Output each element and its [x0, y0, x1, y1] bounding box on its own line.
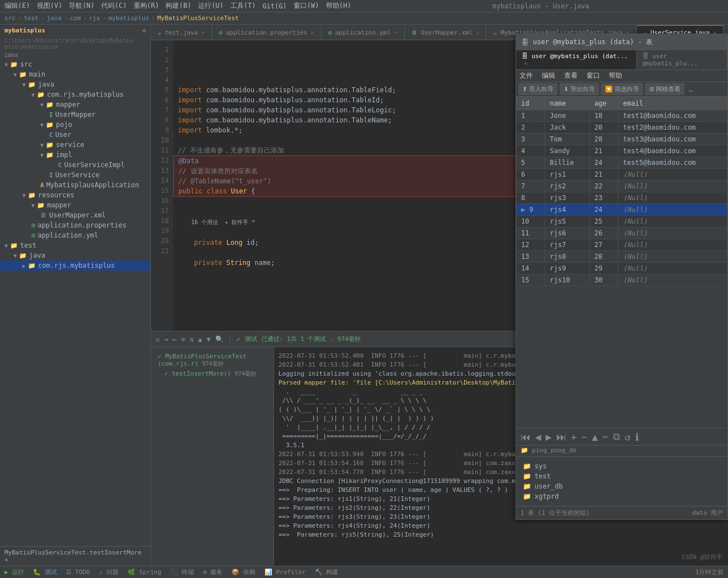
sidebar-item-testjava[interactable]: ▼ 📁 java: [0, 250, 150, 260]
sidebar-item-appprops[interactable]: ⚙ application.properties: [0, 220, 150, 230]
status-problems[interactable]: ⚠ 问题: [99, 568, 119, 576]
db-cell-age[interactable]: 26: [590, 228, 618, 239]
menu-item-refactor[interactable]: 重构(R): [134, 1, 159, 11]
status-debug[interactable]: 🐛 调试: [33, 568, 57, 576]
sidebar-icon-gear[interactable]: ⚙: [142, 27, 146, 34]
db-cell-email[interactable]: test4@baomidou.com: [618, 145, 727, 157]
db-cell-id[interactable]: 8: [517, 192, 545, 204]
db-cell-name[interactable]: rjs5: [545, 216, 590, 228]
menu-item-window[interactable]: 窗口(W): [294, 1, 319, 11]
db-cell-email[interactable]: (Null): [618, 239, 727, 251]
status-deps[interactable]: 📦 依赖: [231, 568, 256, 576]
db-cell-id[interactable]: 1: [517, 110, 545, 122]
db-cell-name[interactable]: Sandy: [545, 145, 590, 157]
sidebar-item-test[interactable]: ▼ 📁 test: [0, 240, 150, 250]
db-cell-age[interactable]: 24: [590, 204, 618, 216]
db-cell-name[interactable]: Jack: [545, 122, 590, 134]
tab-usermapperxml[interactable]: 🗎 UserMapper.xml ×: [405, 25, 487, 40]
db-menu-edit[interactable]: 编辑: [542, 71, 555, 80]
db-tree-item[interactable]: 📁user_db: [521, 481, 723, 491]
db-tab-2[interactable]: 🗄 user @mybatis_plu...: [637, 50, 727, 69]
breadcrumb-mybatisplus[interactable]: mybatisplus: [108, 15, 149, 22]
status-terminal[interactable]: ⬛ 终端: [171, 568, 195, 576]
sidebar-item-src[interactable]: ▼ 📁 src: [0, 59, 150, 69]
table-row[interactable]: 2Jack20test2@baomidou.com: [517, 122, 727, 134]
sidebar-item-pojo[interactable]: ▼ 📁 pojo: [0, 120, 150, 130]
db-tree-item[interactable]: 📁test: [521, 471, 723, 481]
db-cell-name[interactable]: rjs4: [545, 204, 590, 216]
table-row[interactable]: 4Sandy21test4@baomidou.com: [517, 145, 727, 157]
table-row[interactable]: 14rjs929(Null): [517, 263, 727, 274]
menu-item-git[interactable]: Git(G): [263, 2, 287, 10]
db-cell-id[interactable]: 14: [517, 263, 545, 274]
tab-close-appprops[interactable]: ×: [311, 30, 314, 36]
db-cell-id[interactable]: 2: [517, 122, 545, 134]
breadcrumb-java[interactable]: java: [47, 15, 62, 22]
db-cell-age[interactable]: 21: [590, 145, 618, 157]
db-cell-age[interactable]: 21: [590, 169, 618, 181]
db-menu-window[interactable]: 窗口: [587, 71, 600, 80]
menu-item-help[interactable]: 帮助(H): [326, 1, 352, 11]
toolbar-sort-icon[interactable]: ⇅: [190, 335, 193, 343]
table-row[interactable]: 1Jone18test1@baomidou.com: [517, 110, 727, 122]
menu-item-edit[interactable]: 编辑(E): [4, 1, 30, 11]
col-email[interactable]: email: [618, 97, 727, 110]
db-cell-id[interactable]: 7: [517, 181, 545, 192]
toolbar-step-icon[interactable]: ⇥: [164, 335, 168, 343]
db-cell-age[interactable]: 28: [590, 251, 618, 263]
db-cell-email[interactable]: (Null): [618, 181, 727, 192]
sidebar-item-userserviceimpl[interactable]: C UserServiceImpl: [0, 160, 150, 170]
table-row[interactable]: 12rjs727(Null): [517, 239, 727, 251]
db-cell-age[interactable]: 18: [590, 110, 618, 122]
db-cell-email[interactable]: (Null): [618, 263, 727, 274]
menu-item-run[interactable]: 运行(U): [198, 1, 224, 11]
db-nav-prev[interactable]: ◀: [535, 431, 541, 443]
db-nav-next[interactable]: ▶: [546, 431, 552, 443]
db-nav-cut[interactable]: ✂: [602, 431, 608, 443]
sidebar-item-main[interactable]: ▼ 📁 main: [0, 69, 150, 79]
menu-item-build[interactable]: 构建(B): [166, 1, 191, 11]
db-cell-id[interactable]: 13: [517, 251, 545, 263]
db-cell-name[interactable]: rjs9: [545, 263, 590, 274]
test-tree-method[interactable]: ✓ testInsertMore() 974毫秒: [155, 369, 269, 379]
db-cell-age[interactable]: 20: [590, 122, 618, 134]
table-row[interactable]: 7rjs222(Null): [517, 181, 727, 192]
db-cell-name[interactable]: Jone: [545, 110, 590, 122]
table-row[interactable]: 11rjs626(Null): [517, 228, 727, 239]
db-nav-last[interactable]: ⏭: [556, 431, 566, 443]
db-cell-id[interactable]: 12: [517, 239, 545, 251]
table-row[interactable]: ▶ 9rjs424(Null): [517, 204, 727, 216]
col-name[interactable]: name: [545, 97, 590, 110]
table-row[interactable]: 13rjs828(Null): [517, 251, 727, 263]
toolbar-step2-icon[interactable]: ⇤: [172, 335, 176, 343]
db-cell-name[interactable]: rjs8: [545, 251, 590, 263]
db-export-btn[interactable]: ⬇ 导出向导: [560, 83, 599, 95]
db-nav-copy[interactable]: ⧉: [613, 430, 620, 443]
breadcrumb-src[interactable]: src: [4, 15, 16, 22]
db-cell-email[interactable]: test3@baomidou.com: [618, 134, 727, 145]
db-cell-name[interactable]: rjs2: [545, 181, 590, 192]
db-cell-email[interactable]: (Null): [618, 274, 727, 286]
tab-close-appyml[interactable]: ×: [394, 30, 398, 36]
sidebar-item-usermapperxml[interactable]: 🗎 UserMapper.xml: [0, 210, 150, 220]
db-nav-add[interactable]: +: [571, 431, 577, 443]
tab-appprops[interactable]: ⚙ application.properties ×: [212, 25, 321, 40]
db-nav-remove[interactable]: −: [582, 431, 588, 443]
db-cell-id[interactable]: 3: [517, 134, 545, 145]
toolbar-down-icon[interactable]: ▼: [206, 335, 210, 343]
db-nav-refresh[interactable]: ↺: [625, 431, 631, 443]
db-menu-help[interactable]: 帮助: [609, 71, 622, 80]
sidebar-item-com-rjs[interactable]: ▼ 📁 com.rjs.mybatisplus: [0, 89, 150, 100]
toolbar-search-icon[interactable]: 🔍: [215, 335, 224, 343]
db-cell-id[interactable]: 6: [517, 169, 545, 181]
sidebar-item-app[interactable]: A MybatisplausApplication: [0, 180, 150, 190]
db-import-btn[interactable]: ⬆ 导入向导: [518, 83, 557, 95]
toolbar-restart-icon[interactable]: ↺: [155, 335, 159, 343]
db-nav-up[interactable]: ▲: [592, 431, 598, 443]
db-cell-age[interactable]: 25: [590, 216, 618, 228]
db-cell-email[interactable]: (Null): [618, 192, 727, 204]
db-nav-first[interactable]: ⏮: [521, 431, 531, 443]
sidebar-item-resources[interactable]: ▼ 📁 resources: [0, 190, 150, 200]
table-row[interactable]: 8rjs323(Null): [517, 192, 727, 204]
db-cell-email[interactable]: (Null): [618, 216, 727, 228]
